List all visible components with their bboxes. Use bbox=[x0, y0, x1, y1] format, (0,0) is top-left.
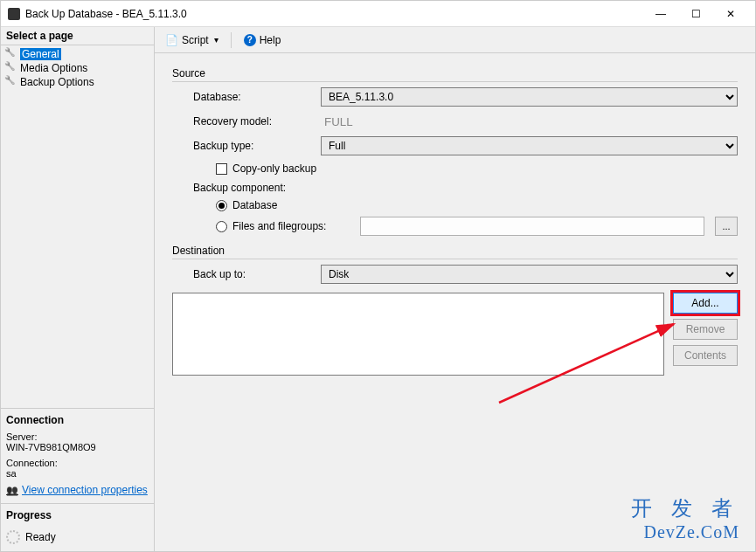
recovery-value bbox=[321, 112, 738, 131]
destination-title: Destination bbox=[172, 245, 738, 259]
wrench-icon bbox=[6, 49, 17, 59]
close-button[interactable]: ✕ bbox=[713, 2, 748, 26]
spinner-icon bbox=[6, 530, 20, 544]
database-label: Database: bbox=[172, 91, 321, 103]
server-label: Server: bbox=[6, 431, 149, 442]
script-button[interactable]: Script bbox=[162, 32, 222, 48]
radio-files-label: Files and filegroups: bbox=[232, 220, 355, 232]
page-label: Media Options bbox=[20, 62, 87, 74]
radio-files[interactable] bbox=[216, 221, 227, 232]
main-panel: Script ? Help Source Database: BEA_5.11.… bbox=[155, 27, 755, 551]
destination-group: Destination Back up to: Disk Add... Remo… bbox=[172, 245, 738, 376]
backup-type-label: Backup type: bbox=[172, 140, 321, 152]
select-page-header: Select a page bbox=[1, 27, 154, 45]
source-title: Source bbox=[172, 67, 738, 82]
page-backup-options[interactable]: Backup Options bbox=[1, 75, 154, 89]
content: Source Database: BEA_5.11.3.0 Recovery m… bbox=[155, 53, 755, 551]
conn-label: Connection: bbox=[6, 458, 149, 468]
backup-to-label: Back up to: bbox=[172, 268, 321, 280]
component-label: Backup component: bbox=[172, 182, 321, 194]
maximize-button[interactable]: ☐ bbox=[678, 2, 713, 26]
window-buttons: — ☐ ✕ bbox=[643, 2, 748, 26]
page-label: General bbox=[20, 48, 61, 60]
sidebar: Select a page General Media Options Back… bbox=[1, 27, 155, 551]
contents-button[interactable]: Contents bbox=[673, 345, 738, 366]
titlebar: Back Up Database - BEA_5.11.3.0 — ☐ ✕ bbox=[1, 1, 755, 27]
help-button[interactable]: ? Help bbox=[240, 32, 285, 48]
copy-only-label: Copy-only backup bbox=[232, 162, 316, 175]
database-select[interactable]: BEA_5.11.3.0 bbox=[321, 87, 738, 107]
window-title: Back Up Database - BEA_5.11.3.0 bbox=[25, 8, 643, 20]
view-connection-properties-link[interactable]: View connection properties bbox=[6, 484, 149, 496]
radio-database[interactable] bbox=[216, 200, 227, 211]
wrench-icon bbox=[6, 63, 17, 73]
app-icon bbox=[8, 8, 20, 20]
destination-list[interactable] bbox=[172, 293, 664, 376]
recovery-label: Recovery model: bbox=[172, 115, 321, 128]
help-label: Help bbox=[260, 34, 281, 46]
page-list: General Media Options Backup Options bbox=[1, 45, 154, 91]
connection-block: Connection Server: WIN-7VB981QM8O9 Conne… bbox=[1, 408, 154, 503]
source-group: Source Database: BEA_5.11.3.0 Recovery m… bbox=[172, 67, 738, 236]
progress-block: Progress Ready bbox=[1, 503, 154, 551]
separator bbox=[231, 32, 232, 48]
filegroups-input[interactable] bbox=[360, 217, 704, 236]
add-button[interactable]: Add... bbox=[673, 293, 738, 314]
backup-type-select[interactable]: Full bbox=[321, 136, 738, 155]
page-general[interactable]: General bbox=[1, 47, 154, 61]
progress-status: Ready bbox=[25, 531, 56, 543]
filegroups-browse-button[interactable]: ... bbox=[715, 217, 738, 236]
radio-database-label: Database bbox=[232, 199, 277, 211]
page-label: Backup Options bbox=[20, 76, 94, 88]
progress-header: Progress bbox=[6, 507, 149, 525]
conn-value: sa bbox=[6, 468, 149, 479]
script-label: Script bbox=[182, 34, 209, 46]
script-icon bbox=[165, 34, 178, 46]
page-media-options[interactable]: Media Options bbox=[1, 61, 154, 75]
remove-button[interactable]: Remove bbox=[673, 319, 738, 340]
wrench-icon bbox=[6, 77, 17, 87]
connection-header: Connection bbox=[6, 412, 149, 430]
people-icon bbox=[6, 484, 18, 496]
link-text: View connection properties bbox=[22, 484, 148, 496]
backup-to-select[interactable]: Disk bbox=[321, 265, 738, 284]
server-value: WIN-7VB981QM8O9 bbox=[6, 442, 149, 452]
minimize-button[interactable]: — bbox=[643, 2, 678, 26]
copy-only-checkbox[interactable] bbox=[216, 163, 227, 175]
toolbar: Script ? Help bbox=[155, 27, 755, 53]
help-icon: ? bbox=[244, 34, 256, 46]
